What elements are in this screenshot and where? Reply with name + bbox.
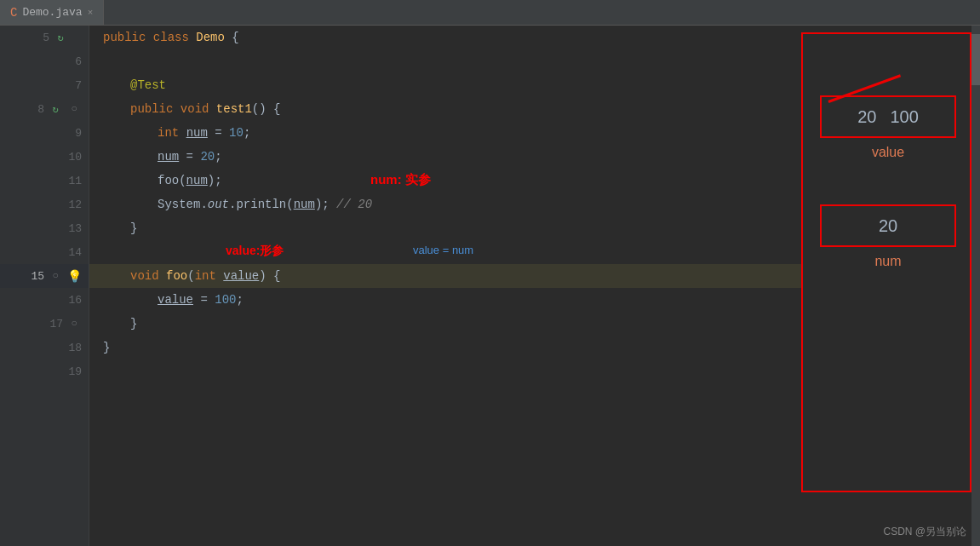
num-box: 20: [820, 204, 956, 247]
editor-area: 5 ↻ 6 7 8 ↻ ○ 9 10 11 12: [0, 26, 980, 546]
num-box-text-20: 20: [879, 216, 897, 236]
gutter-line-16: 16: [0, 288, 89, 312]
tab-label: Demo.java: [22, 6, 82, 19]
tab-bar: C Demo.java ×: [0, 0, 980, 26]
line-number-gutter: 5 ↻ 6 7 8 ↻ ○ 9 10 11 12: [0, 26, 89, 546]
num-label: num: [820, 254, 956, 269]
run-icon-8[interactable]: ↻: [48, 101, 63, 117]
annotation-outer-box: 20 100 value 20 num: [801, 32, 971, 492]
demo-java-tab[interactable]: C Demo.java ×: [0, 0, 104, 25]
annotation-value-xingcan: value:形参: [226, 244, 284, 259]
gutter-line-13: 13: [0, 216, 89, 240]
close-tab-icon[interactable]: ×: [88, 8, 94, 18]
scroll-thumb[interactable]: [971, 34, 980, 85]
gutter-line-17: 17 ○: [0, 312, 89, 336]
line-num-5: 5: [31, 32, 49, 44]
java-file-icon: C: [10, 6, 17, 20]
gutter-line-10: 10: [0, 145, 89, 169]
breakpoint-8[interactable]: ○: [66, 101, 82, 117]
gutter-line-14: 14: [0, 240, 89, 264]
scroll-bar[interactable]: [971, 26, 980, 546]
run-icon-5[interactable]: ↻: [53, 30, 68, 45]
gutter-line-12: 12: [0, 193, 89, 216]
gutter-line-5: 5 ↻: [0, 26, 89, 49]
value-box-text-20: 20: [857, 107, 876, 127]
bulb-icon-15[interactable]: 💡: [66, 268, 82, 284]
gutter-line-18: 18: [0, 336, 89, 359]
gutter-line-11: 11: [0, 169, 89, 193]
code-content: public class Demo { @Test public void te…: [89, 26, 980, 546]
spacer: [72, 30, 82, 45]
gutter-line-19: 19: [0, 359, 89, 383]
value-label: value: [820, 145, 956, 160]
gutter-line-15: 15 ○ 💡: [0, 264, 89, 288]
value-box-text-100: 100: [890, 107, 918, 127]
breakpoint-15[interactable]: ○: [48, 268, 63, 284]
watermark: CSDN @另当别论: [883, 525, 966, 539]
gutter-line-6: 6: [0, 49, 89, 73]
annotation-num-shican: num: 实参: [370, 172, 431, 188]
gutter-line-7: 7: [0, 73, 89, 97]
annotation-value-equals-num: value = num: [413, 244, 473, 256]
gutter-line-9: 9: [0, 121, 89, 145]
value-box: 20 100: [820, 95, 956, 138]
gutter-line-8: 8 ↻ ○: [0, 97, 89, 121]
breakpoint-17[interactable]: ○: [66, 316, 82, 331]
